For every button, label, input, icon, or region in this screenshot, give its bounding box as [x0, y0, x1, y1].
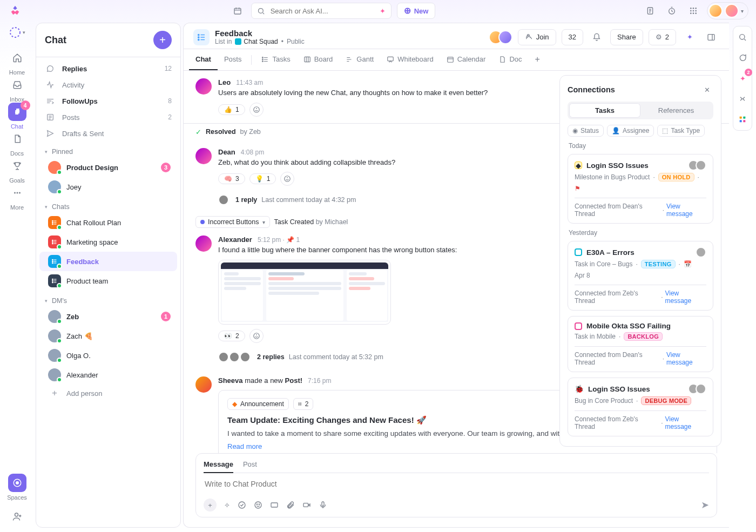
ai-rail-icon[interactable]: ✦2 — [735, 71, 750, 86]
sidebar-item[interactable]: Olga O. — [39, 346, 177, 365]
message-author[interactable]: Leo — [218, 78, 231, 86]
new-button[interactable]: ⊕ New — [397, 3, 436, 19]
reaction-chip[interactable]: 👀2 — [218, 331, 245, 341]
view-tab-chat[interactable]: Chat — [189, 49, 218, 70]
filter-assignee[interactable]: 👤Assignee — [607, 125, 654, 137]
rail-item-spaces[interactable]: Spaces — [4, 474, 30, 501]
close-connections-button[interactable]: ✕ — [700, 83, 713, 96]
connection-card[interactable]: E30A – ErrorsTask in Core – Bugs · TESTI… — [568, 241, 713, 311]
notepad-button[interactable] — [642, 3, 658, 19]
view-message-link[interactable]: View message — [666, 351, 706, 366]
view-message-link[interactable]: View message — [665, 289, 706, 305]
gif-icon[interactable] — [270, 501, 279, 509]
timer-button[interactable] — [664, 3, 680, 19]
segment-tasks[interactable]: Tasks — [569, 103, 640, 118]
connection-card[interactable]: 🐞Login SSO IssuesBug in Core Product · D… — [568, 378, 713, 436]
global-search[interactable]: ✦ — [251, 3, 392, 19]
view-tab-calendar[interactable]: Calendar — [440, 49, 492, 70]
mic-icon[interactable] — [319, 501, 327, 509]
join-button[interactable]: Join — [518, 29, 556, 45]
member-avatars[interactable] — [489, 30, 512, 44]
member-count[interactable]: 32 — [562, 29, 583, 45]
composer-tab-post[interactable]: Post — [243, 460, 257, 468]
view-tab-whiteboard[interactable]: Whiteboard — [380, 49, 440, 70]
reaction-chip[interactable]: 👍1 — [218, 104, 245, 115]
notifications-button[interactable] — [589, 29, 605, 45]
section-pinned[interactable]: ▾Pinned — [36, 142, 180, 158]
add-reaction-button[interactable] — [249, 103, 264, 117]
search-input[interactable] — [269, 6, 375, 16]
connection-card[interactable]: Mobile Okta SSO FailingTask in Mobile · … — [568, 316, 713, 372]
invite-people-button[interactable] — [9, 508, 25, 524]
emoji-icon[interactable] — [254, 501, 262, 509]
sidebar-item[interactable]: Alexander — [39, 365, 177, 385]
share-count[interactable]: ⚙2 — [649, 29, 676, 45]
rail-item-goals[interactable]: Goals — [4, 157, 30, 184]
apps-grid-button[interactable] — [685, 3, 701, 19]
attachment-preview[interactable] — [218, 260, 391, 325]
sidebar-item[interactable]: Zeb1 — [39, 307, 177, 326]
workspace-switcher[interactable]: ▾ — [5, 26, 29, 39]
rail-item-inbox[interactable]: Inbox — [4, 76, 30, 103]
view-tab-tasks[interactable]: Tasks — [255, 49, 296, 70]
connect-icon[interactable] — [735, 91, 750, 106]
message-author[interactable]: Alexander — [218, 235, 252, 244]
view-tab-doc[interactable]: Doc — [492, 49, 528, 70]
rail-item-more[interactable]: More — [4, 184, 30, 211]
attachment-icon[interactable] — [286, 501, 295, 509]
ai-compose-icon[interactable]: ✧ — [224, 501, 230, 509]
breadcrumb-space[interactable]: Chat Squad — [235, 38, 278, 45]
expand-sidebar-button[interactable] — [703, 29, 719, 45]
rail-item-chat[interactable]: #Chat4 — [4, 103, 30, 130]
rail-item-home[interactable]: Home — [4, 49, 30, 76]
composer-input[interactable] — [204, 479, 709, 493]
sidebar-item[interactable]: Product Design3 — [39, 158, 177, 177]
reaction-chip[interactable]: 💡1 — [249, 173, 276, 184]
apps-icon[interactable] — [735, 112, 750, 127]
add-view-button[interactable]: + — [529, 49, 546, 70]
sidebar-item[interactable]: Marketing space — [39, 232, 177, 252]
share-button[interactable]: Share — [610, 29, 643, 45]
visibility[interactable]: Public — [287, 38, 305, 45]
sidebar-posts[interactable]: Posts2 — [36, 109, 180, 125]
new-chat-button[interactable]: + — [153, 31, 172, 49]
view-tab-board[interactable]: Board — [297, 49, 340, 70]
add-reaction-button[interactable] — [249, 329, 264, 343]
ai-button[interactable]: ✦ — [681, 29, 698, 45]
search-icon[interactable] — [735, 30, 750, 45]
sidebar-item[interactable]: Feedback — [39, 252, 177, 271]
add-person[interactable]: +Add person — [39, 385, 177, 402]
section-dms[interactable]: ▾DM's — [36, 291, 180, 307]
sidebar-item[interactable]: Zach 🍕 — [39, 326, 177, 346]
add-reaction-button[interactable] — [280, 172, 294, 186]
sidebar-item[interactable]: Product team — [39, 271, 177, 291]
connection-card[interactable]: ◆Login SSO IssuesMilestone in Bugs Produ… — [568, 154, 713, 224]
app-logo[interactable] — [8, 3, 23, 18]
sidebar-followups[interactable]: FollowUps8 — [36, 93, 180, 109]
task-chip[interactable]: Incorrect Buttons▾ — [195, 216, 270, 228]
attach-button[interactable]: + — [204, 499, 217, 511]
comments-icon[interactable] — [735, 50, 750, 65]
post-tag[interactable]: ◆Announcement — [227, 398, 289, 410]
sidebar-replies[interactable]: Replies12 — [36, 60, 180, 77]
message-author[interactable]: Dean — [218, 148, 235, 156]
view-message-link[interactable]: View message — [665, 415, 706, 430]
sidebar-item[interactable]: Chat Rollout Plan — [39, 213, 177, 232]
send-button[interactable]: ➤ — [701, 499, 709, 511]
sidebar-item[interactable]: Joey — [39, 177, 177, 197]
filter-status[interactable]: ◉Status — [568, 125, 604, 137]
view-tab-gantt[interactable]: Gantt — [339, 49, 380, 70]
rail-item-docs[interactable]: Docs — [4, 130, 30, 157]
sidebar-drafts[interactable]: Drafts & Sent — [36, 125, 180, 142]
view-message-link[interactable]: View message — [666, 203, 706, 218]
account-menu[interactable]: ▾ — [707, 2, 748, 19]
filter-task type[interactable]: ⬚Task Type — [657, 125, 705, 137]
calendar-button[interactable] — [230, 3, 246, 19]
sidebar-activity[interactable]: Activity — [36, 77, 180, 93]
video-icon[interactable] — [302, 501, 311, 509]
segment-references[interactable]: References — [640, 103, 712, 118]
task-icon[interactable] — [238, 501, 246, 509]
post-linked-count[interactable]: ⌗2 — [293, 398, 314, 410]
composer-tab-message[interactable]: Message — [204, 460, 233, 468]
section-chats[interactable]: ▾Chats — [36, 197, 180, 213]
